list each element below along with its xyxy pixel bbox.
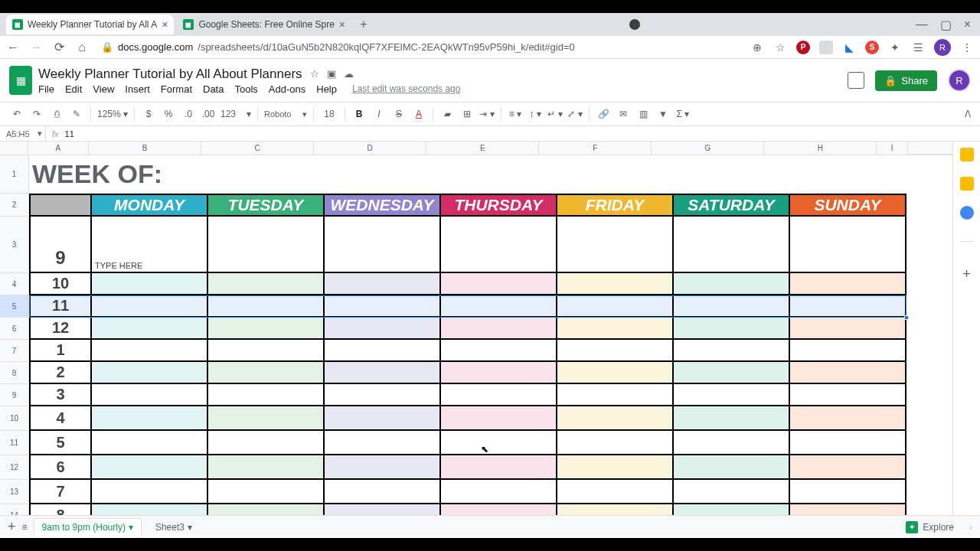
planner-cell[interactable] (441, 406, 557, 431)
planner-cell[interactable] (790, 406, 906, 431)
planner-cell[interactable] (208, 273, 325, 295)
star-icon[interactable]: ☆ (310, 68, 319, 80)
maximize-icon[interactable]: ▢ (940, 18, 952, 32)
share-button[interactable]: 🔒 Share (875, 70, 937, 91)
row-header[interactable]: 2 (0, 194, 29, 217)
planner-cell[interactable] (674, 273, 790, 295)
planner-cell[interactable] (674, 295, 790, 318)
select-all-corner[interactable] (0, 142, 28, 155)
planner-cell[interactable] (674, 480, 790, 504)
planner-cell[interactable] (557, 273, 674, 295)
italic-icon[interactable]: I (371, 109, 387, 119)
time-cell[interactable]: 2 (29, 362, 92, 384)
planner-cell[interactable] (325, 318, 441, 340)
planner-cell[interactable] (790, 340, 906, 362)
undo-icon[interactable]: ↶ (9, 109, 24, 119)
row-header[interactable]: 13 (0, 480, 29, 504)
planner-cell[interactable] (790, 455, 906, 480)
format-dropdown[interactable]: 123▾ (220, 109, 251, 119)
zoom-icon[interactable]: ⊕ (750, 41, 764, 54)
sheets-logo-icon[interactable]: ▦ (9, 66, 32, 95)
menu-item[interactable]: View (93, 83, 114, 95)
text-wrap-icon[interactable]: ↵ ▾ (547, 109, 563, 119)
planner-cell[interactable] (92, 295, 208, 318)
close-tab-icon[interactable]: × (339, 18, 345, 31)
keep-icon[interactable] (960, 177, 974, 191)
pinterest-icon[interactable]: P (796, 41, 810, 54)
name-box[interactable]: A5:H5▾ (0, 126, 46, 141)
text-rotation-icon[interactable]: ⤢ ▾ (567, 109, 583, 119)
column-header[interactable]: I (877, 142, 908, 155)
vertical-align-icon[interactable]: ↕ ▾ (528, 109, 543, 119)
extensions-puzzle-icon[interactable]: ✦ (888, 41, 902, 54)
last-edit-info[interactable]: Last edit was seconds ago (352, 83, 460, 95)
week-of-title[interactable]: WEEK OF: (29, 155, 908, 194)
horizontal-align-icon[interactable]: ≡ ▾ (508, 109, 523, 119)
planner-cell[interactable] (790, 295, 906, 318)
planner-cell[interactable] (441, 431, 557, 455)
column-header[interactable]: B (89, 142, 201, 155)
comments-icon[interactable] (848, 72, 864, 89)
planner-cell[interactable] (441, 273, 557, 295)
time-cell[interactable]: 7 (29, 480, 92, 504)
planner-cell[interactable] (674, 217, 790, 273)
bookmark-star-icon[interactable]: ☆ (773, 41, 787, 54)
borders-icon[interactable]: ⊞ (459, 109, 475, 119)
menu-item[interactable]: Tools (234, 83, 257, 95)
account-avatar[interactable]: R (948, 69, 971, 92)
side-panel-toggle-icon[interactable]: › (969, 522, 972, 533)
planner-cell[interactable] (92, 384, 208, 406)
chrome-account-indicator[interactable] (629, 19, 640, 30)
planner-cell[interactable] (325, 217, 441, 273)
row-header[interactable]: 9 (0, 384, 29, 406)
planner-cell[interactable] (92, 318, 208, 340)
planner-cell[interactable] (674, 455, 790, 480)
print-icon[interactable]: ⎙ (49, 109, 64, 119)
font-dropdown[interactable]: Roboto▾ (264, 109, 307, 119)
planner-cell[interactable] (208, 455, 325, 480)
collapse-toolbar-icon[interactable]: ᐱ (965, 109, 971, 119)
add-side-panel-icon[interactable]: + (962, 266, 971, 282)
time-cell[interactable]: 1 (29, 340, 92, 362)
row-header[interactable]: 1 (0, 155, 29, 194)
close-tab-icon[interactable]: × (162, 18, 168, 31)
planner-cell[interactable] (92, 362, 208, 384)
fill-color-icon[interactable]: ▰ (439, 109, 455, 119)
time-cell[interactable]: 6 (29, 455, 92, 480)
percent-icon[interactable]: % (161, 109, 176, 119)
bold-icon[interactable]: B (351, 109, 367, 119)
planner-cell[interactable] (674, 340, 790, 362)
planner-cell[interactable] (557, 340, 674, 362)
extension-s-icon[interactable]: S (865, 41, 879, 54)
planner-cell[interactable] (790, 362, 906, 384)
add-sheet-icon[interactable]: + (8, 519, 16, 535)
menu-item[interactable]: Edit (65, 83, 82, 95)
planner-cell[interactable] (557, 318, 674, 340)
comment-icon[interactable]: ✉ (616, 109, 631, 119)
planner-cell[interactable] (325, 406, 441, 431)
planner-cell[interactable] (92, 273, 208, 295)
functions-icon[interactable]: Σ ▾ (675, 109, 691, 119)
planner-cell[interactable] (790, 217, 906, 273)
row-header[interactable]: 6 (0, 318, 29, 340)
column-header[interactable]: C (201, 142, 314, 155)
currency-icon[interactable]: $ (141, 109, 156, 119)
decrease-decimal-icon[interactable]: .0 (181, 109, 196, 119)
all-sheets-icon[interactable]: ≡ (22, 522, 28, 533)
planner-cell[interactable] (790, 384, 906, 406)
font-size-input[interactable]: 18 (320, 109, 338, 119)
planner-cell[interactable] (557, 295, 674, 318)
explore-button[interactable]: ✦ Explore (906, 521, 954, 533)
column-header[interactable]: A (28, 142, 89, 155)
home-icon[interactable]: ⌂ (75, 41, 89, 54)
close-window-icon[interactable]: × (964, 18, 971, 32)
menu-item[interactable]: Format (161, 83, 192, 95)
planner-cell[interactable] (790, 318, 906, 340)
sheet-tab[interactable]: Sheet3▾ (148, 519, 200, 536)
planner-cell[interactable]: TYPE HERE (92, 217, 208, 273)
time-cell[interactable]: 9 (29, 217, 92, 273)
time-cell[interactable]: 11 (29, 295, 92, 318)
merge-cells-icon[interactable]: ⇥ ▾ (479, 109, 495, 119)
column-header[interactable]: H (764, 142, 877, 155)
planner-cell[interactable] (325, 295, 441, 318)
